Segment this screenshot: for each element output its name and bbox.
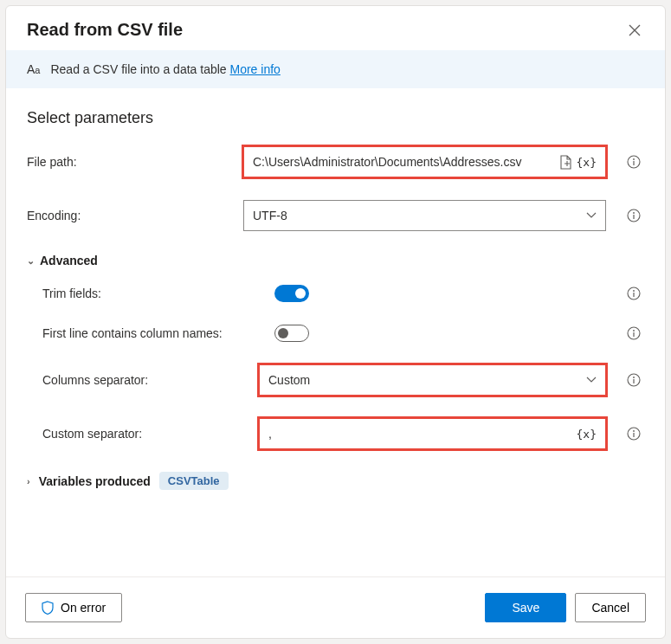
svg-point-4	[633, 212, 635, 214]
encoding-row: Encoding: UTF-8	[27, 200, 644, 231]
chevron-right-icon: ›	[27, 476, 30, 486]
file-path-input[interactable]	[253, 155, 554, 169]
trim-fields-info[interactable]	[623, 287, 644, 300]
columns-separator-label: Columns separator:	[42, 373, 250, 387]
chevron-down-icon	[586, 212, 597, 219]
chevron-down-icon: ⌄	[27, 255, 35, 267]
variables-label: Variables produced	[39, 474, 151, 488]
dialog: Read from CSV file Aa Read a CSV file in…	[5, 5, 666, 639]
text-case-icon: Aa	[27, 62, 40, 76]
cancel-button[interactable]: Cancel	[575, 593, 646, 622]
variables-expander[interactable]: › Variables produced CSVTable	[27, 472, 644, 490]
columns-separator-row: Columns separator: Custom	[42, 364, 644, 396]
encoding-info[interactable]	[623, 209, 644, 222]
variable-pill[interactable]: CSVTable	[159, 472, 229, 490]
more-info-link[interactable]: More info	[230, 62, 281, 76]
encoding-select[interactable]: UTF-8	[243, 200, 606, 231]
dialog-body: Select parameters File path: {x} Encodin…	[6, 88, 665, 576]
dialog-footer: On error Save Cancel	[6, 576, 665, 638]
advanced-section: Trim fields: First line contains column …	[27, 285, 644, 449]
info-icon	[627, 287, 641, 300]
svg-rect-2	[633, 161, 634, 165]
close-icon	[629, 24, 641, 36]
svg-rect-5	[633, 215, 634, 219]
trim-fields-toggle[interactable]	[274, 285, 309, 302]
info-icon	[627, 326, 641, 340]
svg-rect-11	[633, 332, 634, 337]
advanced-label: Advanced	[40, 254, 98, 267]
trim-fields-row: Trim fields:	[42, 285, 644, 302]
info-icon	[627, 209, 641, 222]
columns-separator-select[interactable]: Custom	[259, 364, 606, 396]
svg-point-16	[633, 430, 635, 432]
columns-separator-info[interactable]	[623, 373, 644, 387]
svg-rect-8	[633, 293, 634, 297]
encoding-value: UTF-8	[253, 209, 287, 222]
advanced-expander[interactable]: ⌄ Advanced	[27, 254, 644, 267]
first-line-info[interactable]	[623, 326, 644, 340]
footer-actions: Save Cancel	[485, 593, 646, 622]
file-path-info[interactable]	[623, 155, 644, 169]
custom-separator-row: Custom separator: {x}	[42, 418, 644, 449]
banner-text: Read a CSV file into a data table More i…	[50, 62, 280, 76]
info-icon	[627, 373, 641, 387]
svg-point-1	[633, 158, 635, 160]
svg-point-7	[633, 290, 635, 292]
custom-separator-input-wrap: {x}	[259, 418, 606, 449]
custom-separator-input[interactable]	[268, 427, 575, 441]
close-button[interactable]	[625, 21, 644, 40]
variable-picker-button[interactable]: {x}	[575, 428, 598, 441]
info-icon	[627, 427, 641, 441]
custom-separator-info[interactable]	[623, 427, 644, 441]
file-path-row: File path: {x}	[27, 146, 644, 177]
custom-separator-label: Custom separator:	[42, 427, 250, 441]
browse-file-button[interactable]	[558, 153, 575, 171]
save-button[interactable]: Save	[485, 593, 566, 622]
file-path-input-wrap: {x}	[243, 146, 606, 177]
file-picker-icon	[559, 155, 572, 170]
svg-rect-17	[633, 433, 634, 437]
first-line-row: First line contains column names:	[42, 325, 644, 342]
shield-icon	[42, 601, 54, 615]
svg-point-13	[633, 377, 635, 378]
on-error-button[interactable]: On error	[25, 593, 122, 622]
dialog-header: Read from CSV file	[6, 6, 665, 50]
variable-picker-button[interactable]: {x}	[575, 156, 598, 169]
encoding-label: Encoding:	[27, 209, 235, 222]
info-icon	[627, 155, 641, 169]
first-line-toggle[interactable]	[274, 325, 309, 342]
file-path-label: File path:	[27, 155, 235, 169]
trim-fields-label: Trim fields:	[42, 287, 266, 300]
first-line-label: First line contains column names:	[42, 326, 266, 340]
svg-rect-14	[633, 379, 634, 383]
columns-separator-value: Custom	[268, 373, 310, 387]
section-title: Select parameters	[27, 109, 644, 127]
info-banner: Aa Read a CSV file into a data table Mor…	[6, 50, 665, 88]
dialog-title: Read from CSV file	[27, 20, 183, 40]
on-error-label: On error	[61, 601, 106, 615]
chevron-down-icon	[586, 377, 597, 383]
svg-point-10	[633, 330, 635, 332]
